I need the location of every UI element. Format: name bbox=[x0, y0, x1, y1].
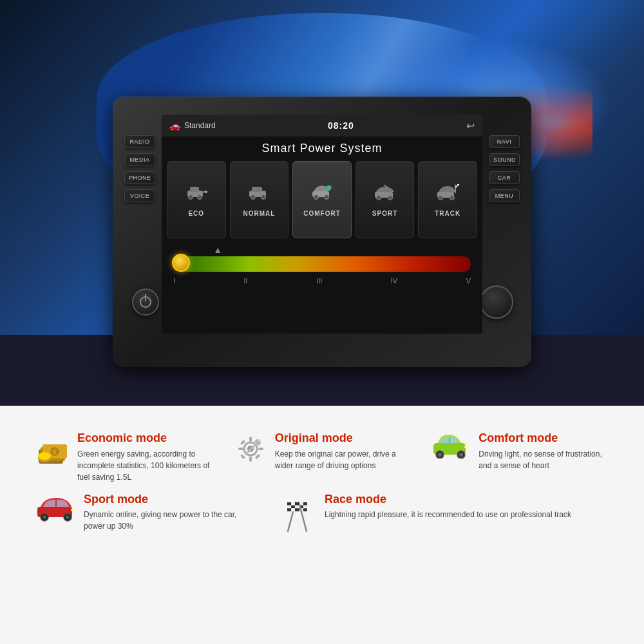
car-button[interactable]: CAR bbox=[489, 171, 520, 184]
radio-button[interactable]: RADIO bbox=[124, 135, 155, 148]
power-icon bbox=[140, 296, 151, 308]
slider-label-2: II bbox=[244, 277, 248, 285]
comfort-mode-card: Comfort mode Driving light, no sense of … bbox=[421, 431, 618, 483]
svg-text:$: $ bbox=[53, 449, 56, 455]
comfort-icon bbox=[310, 183, 334, 205]
normal-label: NORMAL bbox=[243, 210, 275, 217]
svg-rect-7 bbox=[252, 187, 262, 192]
comfort-icon bbox=[430, 431, 472, 464]
svg-rect-35 bbox=[249, 437, 252, 442]
slider-track bbox=[173, 256, 471, 272]
phone-button[interactable]: PHONE bbox=[124, 171, 155, 184]
comfort-card-desc: Driving light, no sense of frustration, … bbox=[478, 448, 609, 471]
svg-point-15 bbox=[376, 195, 381, 200]
power-slider[interactable]: ▲ I II III IV V bbox=[167, 245, 477, 309]
navi-button[interactable]: NAVI bbox=[489, 135, 520, 148]
svg-rect-67 bbox=[303, 505, 307, 508]
svg-rect-73 bbox=[287, 502, 291, 506]
car-mode-icon: 🚗 bbox=[169, 120, 180, 131]
svg-rect-41 bbox=[240, 454, 245, 459]
slider-handle[interactable] bbox=[172, 254, 190, 272]
volume-knob[interactable] bbox=[480, 285, 513, 319]
svg-point-12 bbox=[324, 194, 328, 199]
svg-point-3 bbox=[197, 194, 202, 199]
svg-rect-38 bbox=[258, 448, 263, 450]
svg-point-11 bbox=[314, 194, 318, 199]
slider-label-5: V bbox=[466, 277, 471, 285]
mode-cards-section: $ Economic mode Green energy saving, acc… bbox=[0, 419, 644, 562]
race-icon-card bbox=[276, 493, 318, 540]
clock-display: 08:20 bbox=[328, 120, 354, 131]
left-button-panel: RADIO MEDIA PHONE VOICE bbox=[124, 135, 155, 202]
menu-button[interactable]: MENU bbox=[489, 189, 520, 202]
svg-rect-42 bbox=[254, 454, 260, 459]
svg-point-55 bbox=[43, 515, 46, 519]
normal-mode-button[interactable]: NORMAL bbox=[230, 161, 289, 238]
track-mode-button[interactable]: TRACK bbox=[418, 161, 477, 238]
drive-mode-grid: ECO NORMAL bbox=[167, 161, 477, 238]
sport-icon bbox=[374, 183, 397, 205]
original-card-text: Original mode Keep the original car powe… bbox=[275, 431, 412, 471]
track-label: TRACK bbox=[435, 210, 460, 217]
sound-button[interactable]: SOUND bbox=[489, 153, 520, 166]
original-mode-card: Original mode Keep the original car powe… bbox=[223, 431, 421, 483]
svg-rect-78 bbox=[295, 505, 299, 508]
svg-rect-36 bbox=[249, 457, 252, 462]
comfort-label: COMFORT bbox=[303, 210, 341, 217]
mode-cards-row-1: $ Economic mode Green energy saving, acc… bbox=[26, 431, 618, 483]
sport-card-title: Sport mode bbox=[84, 493, 257, 507]
screen-title: Smart Power System bbox=[162, 142, 482, 155]
original-card-desc: Keep the original car power, drive a wid… bbox=[275, 448, 412, 471]
svg-point-48 bbox=[438, 453, 442, 457]
svg-point-49 bbox=[459, 453, 463, 457]
sport-mode-card: Sport mode Dynamic online, giving new po… bbox=[26, 493, 267, 540]
svg-rect-58 bbox=[71, 509, 75, 511]
svg-rect-23 bbox=[455, 184, 457, 186]
race-card-text: Race mode Lightning rapid pleasure, it i… bbox=[325, 493, 571, 521]
svg-point-8 bbox=[251, 194, 256, 199]
svg-point-9 bbox=[261, 194, 266, 199]
economic-icon: $ bbox=[35, 431, 71, 472]
svg-rect-59 bbox=[37, 510, 41, 512]
race-mode-card: Race mode Lightning rapid pleasure, it i… bbox=[267, 493, 618, 540]
slider-arrow-indicator: ▲ bbox=[213, 245, 222, 255]
svg-rect-37 bbox=[238, 448, 243, 450]
media-button[interactable]: MEDIA bbox=[124, 153, 155, 166]
drive-mode-indicator: 🚗 Standard bbox=[169, 120, 216, 131]
back-button[interactable]: ↩ bbox=[466, 120, 475, 132]
voice-button[interactable]: VOICE bbox=[124, 189, 155, 202]
right-button-panel: NAVI SOUND CAR MENU bbox=[489, 135, 520, 202]
slider-label-4: IV bbox=[391, 277, 397, 285]
economic-card-title: Economic mode bbox=[77, 431, 214, 446]
eco-icon bbox=[185, 183, 208, 205]
main-screen: 🚗 Standard 08:20 ↩ Smart Power System bbox=[162, 115, 482, 334]
original-icon bbox=[233, 431, 269, 472]
svg-point-20 bbox=[450, 195, 455, 200]
eco-label: ECO bbox=[188, 210, 204, 217]
sport-mode-button[interactable]: SPORT bbox=[355, 161, 415, 238]
comfort-mode-button[interactable]: COMFORT bbox=[292, 161, 352, 238]
svg-rect-24 bbox=[457, 185, 459, 187]
race-card-title: Race mode bbox=[325, 493, 571, 507]
economic-card-desc: Green energy saving, according to incomp… bbox=[77, 448, 214, 483]
svg-point-2 bbox=[188, 194, 193, 199]
original-card-title: Original mode bbox=[275, 431, 412, 446]
sport-icon-card bbox=[35, 493, 77, 527]
track-icon bbox=[436, 183, 459, 205]
svg-rect-81 bbox=[295, 508, 299, 511]
normal-icon bbox=[247, 183, 270, 205]
svg-rect-70 bbox=[303, 508, 307, 511]
device-shell: RADIO MEDIA PHONE VOICE NAVI SOUND CAR M… bbox=[113, 97, 531, 367]
svg-point-19 bbox=[439, 195, 443, 200]
svg-point-32 bbox=[38, 452, 51, 460]
svg-point-16 bbox=[388, 195, 392, 200]
svg-rect-74 bbox=[291, 502, 295, 506]
power-button[interactable] bbox=[132, 289, 159, 316]
sport-card-text: Sport mode Dynamic online, giving new po… bbox=[84, 493, 257, 533]
mode-cards-row-2: Sport mode Dynamic online, giving new po… bbox=[26, 493, 618, 540]
eco-mode-button[interactable]: ECO bbox=[167, 161, 226, 238]
slider-label-1: I bbox=[173, 277, 175, 285]
comfort-card-text: Comfort mode Driving light, no sense of … bbox=[478, 431, 609, 471]
sport-label: SPORT bbox=[372, 210, 397, 217]
slider-labels: I II III IV V bbox=[173, 277, 471, 285]
